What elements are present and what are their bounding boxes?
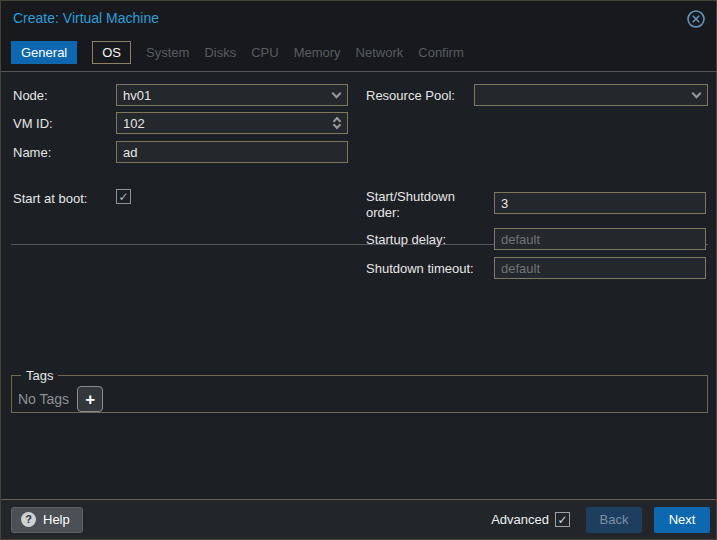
advanced-label: Advanced	[491, 512, 549, 527]
close-icon[interactable]	[686, 9, 706, 29]
question-icon: ?	[21, 512, 36, 527]
chevron-down-icon[interactable]	[325, 85, 347, 105]
spinner-arrows-icon[interactable]	[327, 113, 347, 133]
tags-legend: Tags	[21, 368, 58, 383]
back-button[interactable]: Back	[586, 507, 642, 533]
plus-icon: +	[85, 391, 95, 408]
help-button[interactable]: ? Help	[11, 507, 83, 533]
node-label: Node:	[13, 88, 48, 103]
node-input[interactable]	[117, 85, 325, 105]
tab-cpu: CPU	[251, 41, 278, 64]
shutdown-timeout-input[interactable]	[495, 258, 705, 278]
dialog-titlebar: Create: Virtual Machine	[1, 1, 716, 37]
vmid-label: VM ID:	[13, 116, 53, 131]
tab-network: Network	[356, 41, 404, 64]
tab-os[interactable]: OS	[92, 41, 131, 64]
tab-general[interactable]: General	[11, 41, 77, 64]
tab-system: System	[146, 41, 189, 64]
name-field[interactable]	[116, 141, 348, 163]
name-label: Name:	[13, 145, 51, 160]
tab-memory: Memory	[294, 41, 341, 64]
dialog-title: Create: Virtual Machine	[13, 10, 159, 26]
order-label: Start/Shutdown order:	[366, 189, 486, 221]
shutdown-timeout-label: Shutdown timeout:	[366, 261, 474, 276]
general-tab-panel: Node: VM ID: Name: Resource Pool: Start …	[1, 71, 717, 501]
name-input[interactable]	[117, 142, 347, 162]
no-tags-text: No Tags	[18, 391, 69, 407]
startup-delay-field[interactable]	[494, 228, 706, 250]
create-vm-dialog: Create: Virtual Machine General OS Syste…	[0, 0, 717, 540]
help-button-label: Help	[43, 512, 70, 527]
wizard-tabbar: General OS System Disks CPU Memory Netwo…	[11, 41, 464, 64]
order-field[interactable]	[494, 192, 706, 214]
vmid-spinner[interactable]	[116, 112, 348, 134]
chevron-down-icon[interactable]	[685, 85, 707, 105]
order-input[interactable]	[495, 193, 705, 213]
node-combobox[interactable]	[116, 84, 348, 106]
start-at-boot-checkbox[interactable]: ✓	[116, 189, 131, 204]
resource-pool-combobox[interactable]	[474, 84, 708, 106]
tab-disks: Disks	[204, 41, 236, 64]
startup-delay-label: Startup delay:	[366, 232, 446, 247]
dialog-footer: ? Help Advanced ✓ Back Next	[1, 499, 717, 539]
next-button[interactable]: Next	[654, 507, 710, 533]
advanced-checkbox[interactable]: ✓	[555, 512, 570, 527]
add-tag-button[interactable]: +	[77, 386, 103, 412]
startup-delay-input[interactable]	[495, 229, 705, 249]
shutdown-timeout-field[interactable]	[494, 257, 706, 279]
vmid-input[interactable]	[117, 113, 327, 133]
tags-fieldset: Tags No Tags +	[11, 368, 708, 413]
start-at-boot-label: Start at boot:	[13, 191, 87, 206]
resource-pool-label: Resource Pool:	[366, 88, 455, 103]
resource-pool-input[interactable]	[475, 85, 685, 105]
tab-confirm: Confirm	[418, 41, 464, 64]
